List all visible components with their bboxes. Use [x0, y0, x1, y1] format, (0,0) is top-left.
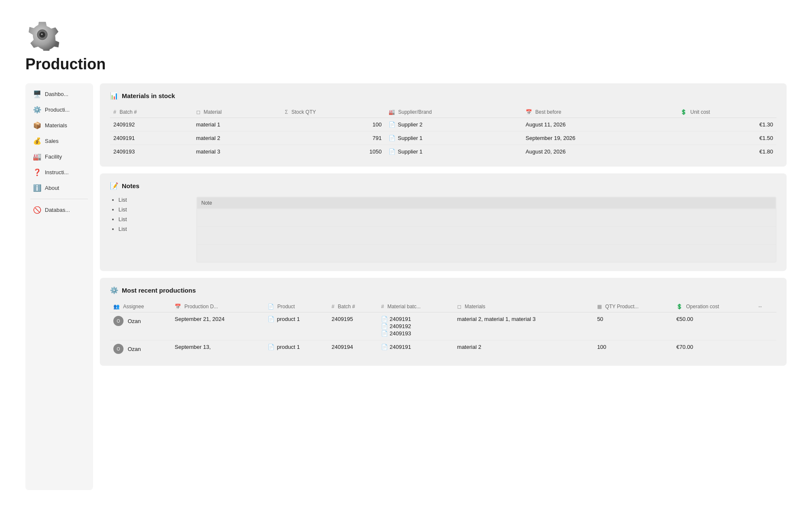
facility-icon: 🏭 [33, 153, 41, 161]
prod-col-cost: 💲Operation cost [673, 301, 754, 312]
materials-section-title: 📊 Materials in stock [110, 92, 776, 100]
cell-stock-qty: 100 [282, 118, 385, 132]
notes-table-area: Note [196, 197, 776, 263]
sidebar: 🖥️ Dashbo... ⚙️ Producti... 📦 Materials … [25, 83, 93, 490]
notes-section-title: 📝 Notes [110, 182, 776, 190]
cell-batch-num: 2409194 [328, 340, 378, 358]
col-unit-cost: 💲Unit cost [677, 107, 776, 118]
notes-cell-3 [197, 245, 776, 262]
cell-unit-cost: €1.30 [677, 118, 776, 132]
prod-col-qty: ▦QTY Product... [594, 301, 673, 312]
prod-col-date: 📅Production D... [171, 301, 264, 312]
materials-table: #Batch # ◻Material ΣStock QTY 🏭Supplier/… [110, 107, 776, 158]
sidebar-item-instructions[interactable]: ❓ Instructi... [29, 165, 90, 180]
cell-batch: 2409193 [110, 145, 193, 159]
prod-col-material-batch: #Material batc... [378, 301, 454, 312]
cell-prod-date: September 13, [171, 340, 264, 358]
sales-icon: 💰 [33, 137, 41, 145]
notes-list: ListListListList [110, 197, 186, 263]
prod-col-product: 📄Product [264, 301, 328, 312]
notes-title-icon: 📝 [110, 182, 118, 190]
app-header: Production [25, 17, 787, 73]
sidebar-label-about: About [45, 185, 59, 191]
list-item: List [118, 197, 186, 203]
supplier-file-icon: 📄 [389, 121, 395, 128]
table-row: 2409192 material 1 100 📄 Supplier 2 Augu… [110, 118, 776, 132]
table-row: O Ozan September 21, 2024 📄 product 1 24… [110, 312, 776, 340]
sidebar-item-dashboard[interactable]: 🖥️ Dashbo... [29, 87, 90, 101]
sidebar-divider [30, 199, 88, 199]
cell-stock-qty: 1050 [282, 145, 385, 159]
sidebar-label-instructions: Instructi... [45, 169, 69, 175]
batch-file-icon: 📄 [381, 344, 388, 350]
table-row: 2409191 material 2 791 📄 Supplier 1 Sept… [110, 132, 776, 145]
dashboard-icon: 🖥️ [33, 90, 41, 98]
cell-materials: material 2 [454, 340, 594, 358]
cell-batch: 2409191 [110, 132, 193, 145]
sidebar-item-materials[interactable]: 📦 Materials [29, 118, 90, 133]
cell-material-batches: 📄 2409191 📄 2409192 📄 2409193 [378, 312, 454, 340]
supplier-file-icon: 📄 [389, 135, 395, 141]
notes-table: Note [196, 197, 776, 263]
sidebar-label-production: Producti... [45, 107, 70, 113]
col-batch: #Batch # [110, 107, 193, 118]
cell-best-before: September 19, 2026 [522, 132, 678, 145]
cell-material: material 3 [193, 145, 282, 159]
database-icon: 🚫 [33, 206, 41, 214]
cell-qty: 100 [594, 340, 673, 358]
sidebar-label-facility: Facility [45, 153, 62, 160]
prod-col-batch: #Batch # [328, 301, 378, 312]
notes-section: 📝 Notes ListListListList Note [100, 173, 787, 271]
notes-cell-2 [197, 227, 776, 244]
product-file-icon: 📄 [268, 344, 274, 350]
main-content: 📊 Materials in stock #Batch # ◻Material [100, 83, 787, 490]
batch-file-icon: 📄 [381, 323, 388, 329]
cell-best-before: August 20, 2026 [522, 145, 678, 159]
cell-product: 📄 product 1 [264, 340, 328, 358]
col-supplier: 🏭Supplier/Brand [385, 107, 522, 118]
cell-qty: 50 [594, 312, 673, 340]
svg-point-2 [41, 33, 43, 35]
cell-assignee: O Ozan [110, 340, 171, 358]
cell-batch-num: 2409195 [328, 312, 378, 340]
product-file-icon: 📄 [268, 316, 274, 322]
cell-extra [754, 340, 776, 358]
avatar: O [113, 316, 123, 326]
table-row: 2409193 material 3 1050 📄 Supplier 1 Aug… [110, 145, 776, 159]
prod-col-assignee: 👥Assignee [110, 301, 171, 312]
col-material: ◻Material [193, 107, 282, 118]
productions-table: 👥Assignee 📅Production D... 📄Product #Bat… [110, 301, 776, 357]
list-item: List [118, 226, 186, 232]
sidebar-label-materials: Materials [45, 122, 67, 129]
sidebar-item-about[interactable]: ℹ️ About [29, 181, 90, 195]
prod-col-extra: ↔ [754, 301, 776, 312]
app-icon [25, 17, 787, 55]
material-batch-item: 📄 2409191 [381, 344, 450, 350]
avatar: O [113, 344, 123, 354]
cell-unit-cost: €1.80 [677, 145, 776, 159]
cell-product: 📄 product 1 [264, 312, 328, 340]
material-batch-item: 📄 2409191 [381, 316, 450, 322]
instructions-icon: ❓ [33, 168, 41, 176]
materials-title-icon: 📊 [110, 92, 118, 100]
materials-in-stock-section: 📊 Materials in stock #Batch # ◻Material [100, 83, 787, 167]
cell-material-batches: 📄 2409191 [378, 340, 454, 358]
sidebar-label-sales: Sales [45, 138, 59, 144]
cell-stock-qty: 791 [282, 132, 385, 145]
sidebar-item-sales[interactable]: 💰 Sales [29, 134, 90, 148]
table-row: O Ozan September 13, 📄 product 1 2409194… [110, 340, 776, 358]
sidebar-item-facility[interactable]: 🏭 Facility [29, 149, 90, 164]
batch-file-icon: 📄 [381, 316, 388, 322]
notes-layout: ListListListList Note [110, 197, 776, 263]
notes-cell-1 [197, 209, 776, 226]
productions-section-title: ⚙️ Most recent productions [110, 286, 776, 294]
cell-prod-date: September 21, 2024 [171, 312, 264, 340]
sidebar-item-production[interactable]: ⚙️ Producti... [29, 102, 90, 117]
cell-best-before: August 11, 2026 [522, 118, 678, 132]
cell-batch: 2409192 [110, 118, 193, 132]
cell-material: material 1 [193, 118, 282, 132]
list-item: List [118, 206, 186, 213]
cell-supplier: 📄 Supplier 2 [385, 118, 522, 132]
cell-unit-cost: €1.50 [677, 132, 776, 145]
sidebar-item-database[interactable]: 🚫 Databas... [29, 203, 90, 217]
